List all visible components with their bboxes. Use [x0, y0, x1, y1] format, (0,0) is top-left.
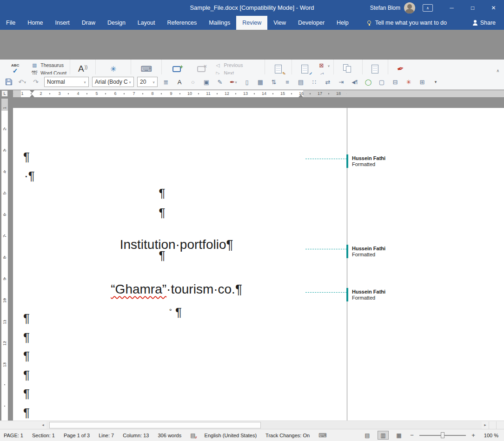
paragraph-direction-icon[interactable]: ≣: [161, 77, 171, 87]
empty-centered-paragraph[interactable]: ¶: [21, 249, 303, 261]
copy-icon[interactable]: ▣: [201, 77, 212, 87]
thesaurus-icon: ▥: [31, 62, 38, 68]
read-mode-button[interactable]: ▤: [362, 431, 373, 440]
zoom-slider[interactable]: [419, 435, 466, 436]
tab-mailings[interactable]: Mailings: [203, 16, 236, 30]
collapse-ribbon-button[interactable]: ∧: [496, 68, 499, 73]
table-grid-icon[interactable]: ▦: [255, 77, 265, 87]
tab-home[interactable]: Home: [21, 16, 49, 30]
paragraph-mark[interactable]: ¶: [23, 312, 30, 324]
outline-lines-icon[interactable]: ≡: [282, 77, 292, 87]
status-word-count[interactable]: 306 words: [158, 433, 181, 438]
ink-pen-icon[interactable]: ✒∨: [228, 77, 239, 87]
paragraph-mark[interactable]: ·¶: [24, 170, 35, 182]
scrollbar-thumb[interactable]: [49, 422, 261, 428]
zoom-out-button[interactable]: −: [409, 432, 415, 439]
status-track-changes[interactable]: Track Changes: On: [265, 433, 310, 438]
multilevel-list-icon[interactable]: ∷: [309, 77, 319, 87]
ribbon-display-options-icon[interactable]: ∧: [423, 4, 433, 12]
font-color-icon[interactable]: A: [174, 77, 185, 87]
switch-windows-icon[interactable]: ⊞: [417, 77, 427, 87]
first-line-indent-marker[interactable]: [30, 90, 34, 93]
tab-help[interactable]: Help: [331, 16, 355, 30]
undo-icon[interactable]: ↶∨: [17, 77, 27, 87]
web-layout-button[interactable]: ▦: [393, 431, 405, 440]
revision-entry[interactable]: Hussein Fathi Formatted: [352, 155, 385, 167]
font-size-dropdown[interactable]: 20 ∨: [137, 77, 158, 87]
minimize-button[interactable]: ─: [441, 0, 462, 16]
rtl-paragraph-icon[interactable]: ◀¶: [350, 77, 360, 87]
scroll-right-button[interactable]: ►: [482, 421, 489, 429]
print-layout-button[interactable]: ▥: [378, 431, 389, 440]
status-language[interactable]: English (United States): [205, 433, 257, 438]
tell-me-box[interactable]: Tell me what you want to do: [367, 16, 447, 30]
scrollbar-split-button[interactable]: [489, 421, 496, 429]
tab-review[interactable]: Review: [236, 16, 267, 30]
tab-references[interactable]: References: [161, 16, 203, 30]
paragraph-mark[interactable]: ¶: [23, 331, 30, 343]
revision-entry[interactable]: Hussein Fathi Formatted: [352, 289, 385, 301]
empty-centered-paragraph[interactable]: ¶: [21, 207, 303, 219]
edit-document-icon[interactable]: ✎: [215, 77, 225, 87]
tab-selector-button[interactable]: L: [1, 90, 8, 97]
style-dropdown[interactable]: Normal ∨: [44, 77, 89, 87]
translate-icon[interactable]: ⇄: [323, 77, 333, 87]
redo-icon[interactable]: ↷: [31, 77, 41, 87]
sort-icon[interactable]: ⇅: [269, 77, 279, 87]
font-dropdown[interactable]: Arial (Body C ∨: [92, 77, 134, 87]
paragraph-mark[interactable]: ¶: [23, 350, 30, 362]
status-page-of[interactable]: Page 1 of 3: [64, 433, 90, 438]
insert-table-icon[interactable]: ▤: [296, 77, 306, 87]
share-button[interactable]: Share: [464, 16, 504, 30]
inactive-circle-icon[interactable]: ○: [188, 77, 198, 87]
tab-arrow-glyph: ⇥: [339, 79, 344, 86]
new-page-icon[interactable]: ▯: [242, 77, 252, 87]
zoom-level[interactable]: 100 %: [481, 433, 498, 438]
status-line[interactable]: Line: 7: [99, 433, 114, 438]
account-name[interactable]: Stefan Blom: [370, 5, 400, 11]
paragraph-mark[interactable]: ¶: [23, 151, 30, 163]
right-indent-marker[interactable]: [298, 94, 303, 97]
tab-view[interactable]: View: [267, 16, 292, 30]
paragraph-mark[interactable]: ¶: [23, 388, 30, 400]
paragraph-mark[interactable]: ¶: [23, 369, 30, 381]
hanging-indent-marker[interactable]: [30, 94, 34, 97]
reject-change-button[interactable]: ⊠ ∨: [316, 62, 332, 69]
vertical-ruler[interactable]: 1 2 3 4 5 6 7 8 9 10 11 12 13: [1, 99, 8, 421]
status-column[interactable]: Column: 13: [123, 433, 149, 438]
art-pinwheel-icon[interactable]: ✳: [404, 77, 414, 87]
close-button[interactable]: ✕: [483, 0, 504, 16]
keyboard-status-icon[interactable]: ⌨: [318, 432, 326, 439]
user-avatar[interactable]: [404, 2, 415, 13]
symbol-paragraph[interactable]: ° ¶: [21, 294, 303, 330]
empty-centered-paragraph[interactable]: ¶: [21, 187, 303, 199]
tab-file[interactable]: File: [0, 16, 21, 30]
proofing-errors-icon[interactable]: ▤✗: [190, 432, 195, 439]
tab-insert[interactable]: Insert: [49, 16, 76, 30]
scrollbar-track[interactable]: [46, 421, 482, 429]
horizontal-ruler[interactable]: 1 2 3 4 5 6 7 8 9 10 11 12 13 14 15 16 1…: [13, 90, 347, 97]
maximize-button[interactable]: □: [462, 0, 483, 16]
zoom-slider-thumb[interactable]: [441, 432, 444, 438]
tab-draw[interactable]: Draw: [76, 16, 101, 30]
zoom-in-button[interactable]: +: [471, 432, 476, 439]
tab-layout[interactable]: Layout: [132, 16, 161, 30]
paragraph-mark[interactable]: ¶: [23, 407, 30, 419]
document-page[interactable]: ¶ ·¶ ¶ ¶ Institution·portfolio¶ ¶ “Ghamr…: [13, 108, 504, 421]
revision-action: Formatted: [352, 161, 385, 167]
revision-entry[interactable]: Hussein Fathi Formatted: [352, 246, 385, 258]
status-page[interactable]: PAGE: 1: [4, 433, 23, 438]
tab-developer[interactable]: Developer: [292, 16, 331, 30]
clipboard-icon[interactable]: ⊟: [390, 77, 400, 87]
tab-goto-icon[interactable]: ⇥: [336, 77, 346, 87]
previous-comment-button[interactable]: ◁ Previous: [212, 62, 263, 68]
status-section[interactable]: Section: 1: [32, 433, 55, 438]
tab-design[interactable]: Design: [101, 16, 132, 30]
save-icon[interactable]: [4, 77, 14, 87]
record-circle-icon[interactable]: ◯: [363, 77, 373, 87]
scroll-left-button[interactable]: ◄: [40, 421, 46, 429]
ruler-number: 12: [224, 91, 230, 96]
toolbar-overflow-icon[interactable]: ▾: [431, 77, 441, 87]
thesaurus-button[interactable]: ▥ Thesaurus: [29, 62, 68, 68]
blank-page-icon[interactable]: ▢: [377, 77, 387, 87]
